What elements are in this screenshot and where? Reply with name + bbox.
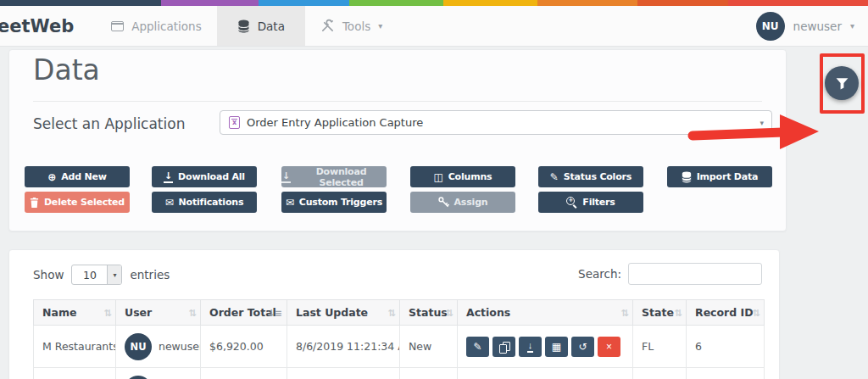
edit-icon: ✎ [473,342,481,352]
entries-label: entries [130,268,170,281]
chevron-down-icon: ▾ [378,21,382,31]
nav-item-data[interactable]: Data [217,6,305,46]
cell-status: New [400,326,458,368]
application-select-value: Order Entry Application Capture [247,116,423,129]
sort-icon[interactable]: ⇅ [621,307,627,318]
download-icon: ↓ [527,341,534,353]
funnel-icon [835,76,849,91]
copy-record-button[interactable] [492,337,515,357]
notifications-button[interactable]: ✉ Notifications [152,192,257,213]
select-application-label: Select an Application [33,115,185,132]
database-icon [682,171,692,183]
delete-record-button[interactable]: × [598,337,620,357]
chevron-down-icon: ▾ [107,265,121,284]
page-title: Data [33,53,100,86]
page-content: Data Select an Application x Order Entry… [0,47,868,379]
show-label: Show [33,268,64,281]
envelope-icon: ✉ [165,198,174,208]
nav-item-label: Data [258,20,285,33]
table-row[interactable]: M Restaurants NU newuser $6,920.00 8/6/2… [34,326,765,368]
user-menu[interactable]: NU newuser ▾ [756,6,854,46]
applications-window-icon [111,21,124,31]
envelope-icon: ✉ [286,198,294,208]
search-control: Search: [578,263,762,285]
add-new-button[interactable]: ⊕ Add New [25,166,130,187]
columns-button[interactable]: ◫ Columns [410,166,515,187]
search-input[interactable] [628,263,762,285]
table-panel: Show 10 ▾ entries Search: Name⇅ User⇅ Or… [8,249,780,379]
close-icon: × [606,342,612,352]
cell-actions: ✎ ↓ ▦ ↺ × [458,368,633,379]
cell-user: NU newuser [116,326,201,368]
key-icon [438,197,449,208]
delete-selected-button[interactable]: Delete Selected [25,192,130,213]
column-header-name[interactable]: Name⇅ [34,300,116,326]
download-record-button[interactable]: ↓ [519,337,542,357]
brand-color-stripe [0,0,868,6]
avatar: NU [125,333,152,360]
column-header-last-update[interactable]: Last Update⇅ [287,300,400,326]
history-icon: ↺ [578,342,587,352]
top-nav: eetWeb Applications Data Tools ▾ NU newu [0,6,868,47]
tools-icon [320,19,335,33]
column-header-user[interactable]: User⇅ [116,300,201,326]
annotation-arrow [687,111,821,150]
column-header-record-id[interactable]: Record ID⇅ [687,300,765,326]
chevron-down-icon: ▾ [850,21,854,31]
column-header-status[interactable]: Status⇅ [400,300,458,326]
table-header-row: Name⇅ User⇅ Order Total↓≡ Last Update⇅ S… [34,300,765,326]
filter-fab-button[interactable] [825,66,859,100]
cell-record-id [687,368,765,379]
cell-user: NU [116,368,201,379]
table-row[interactable]: NU ✎ ↓ ▦ ↺ × [34,368,765,379]
cell-state [633,368,687,379]
column-header-order-total[interactable]: Order Total↓≡ [201,300,287,326]
data-panel: Data Select an Application x Order Entry… [8,49,787,231]
divider [33,101,762,102]
column-header-state[interactable]: State⇅ [633,300,687,326]
download-all-button[interactable]: ↓ Download All [152,166,257,187]
trash-icon [30,198,39,208]
sort-icon[interactable]: ⇅ [753,307,759,318]
nav-item-applications[interactable]: Applications [96,6,216,46]
nav-items: Applications Data Tools ▾ [96,6,398,46]
search-plus-icon [566,197,577,208]
filters-button[interactable]: Filters [538,192,643,213]
columns-icon: ◫ [434,172,443,182]
custom-triggers-button[interactable]: ✉ Custom Triggers [281,192,387,213]
cell-name: M Restaurants [34,326,116,368]
nav-item-label: Applications [131,20,201,33]
download-icon: ↓ [281,171,291,183]
sort-icon[interactable]: ⇅ [388,307,394,318]
sort-icon[interactable]: ⇅ [189,307,195,318]
column-header-actions[interactable]: Actions⇅ [458,300,633,326]
nav-item-tools[interactable]: Tools ▾ [305,6,398,46]
assign-button[interactable]: Assign [410,192,515,213]
cell-name [34,368,116,379]
copy-icon [499,342,509,352]
import-data-button[interactable]: Import Data [667,166,772,187]
sort-icon[interactable]: ⇅ [104,307,110,318]
calendar-button[interactable]: ▦ [545,337,568,357]
page-size-control: Show 10 ▾ entries [33,265,170,285]
edit-record-button[interactable]: ✎ [466,337,489,357]
download-icon: ↓ [164,171,173,183]
database-icon [237,20,250,33]
cell-actions: ✎ ↓ ▦ ↺ × [458,326,633,368]
calendar-icon: ▦ [552,342,561,352]
cell-order-total: $6,920.00 [201,326,287,368]
page-size-select[interactable]: 10 ▾ [71,265,122,285]
sort-active-icon[interactable]: ↓≡ [268,307,281,318]
sort-icon[interactable]: ⇅ [675,307,681,318]
cell-last-update [287,368,400,379]
sort-icon[interactable]: ⇅ [446,307,452,318]
nav-item-label: Tools [342,20,370,33]
username-label: newuser [793,20,842,33]
download-selected-button[interactable]: ↓ Download Selected [281,166,387,187]
cell-last-update: 8/6/2019 11:21:34 AM [287,326,400,368]
cell-order-total [201,368,287,379]
status-colors-button[interactable]: ✎ Status Colors [538,166,643,187]
history-button[interactable]: ↺ [571,337,594,357]
avatar: NU [756,12,785,41]
cell-status [400,368,458,379]
